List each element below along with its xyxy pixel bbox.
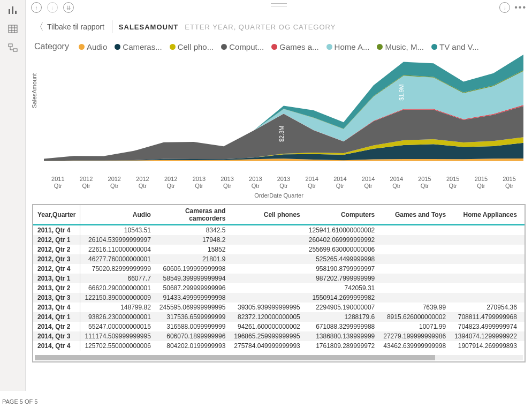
chart-view-icon[interactable] bbox=[7, 4, 18, 15]
data-cell bbox=[379, 274, 450, 283]
column-header[interactable]: Audio bbox=[80, 205, 155, 225]
column-header[interactable]: Cameras andcamcorders bbox=[155, 205, 230, 225]
row-label: 2014, Qtr 1 bbox=[33, 312, 80, 322]
data-cell bbox=[521, 245, 526, 254]
data-cell bbox=[450, 245, 521, 254]
more-options-icon[interactable]: ••• bbox=[514, 3, 527, 12]
visual-title: SALESAMOUNT bbox=[119, 23, 178, 31]
data-cell: 148799.82 bbox=[80, 303, 155, 312]
back-to-report-button[interactable]: 〈 Tilbake til rapport bbox=[34, 20, 112, 33]
legend-item[interactable]: Cameras... bbox=[115, 42, 162, 51]
data-cell: 125941.610000000002 bbox=[305, 225, 379, 235]
table-row[interactable]: 2014, Qtr 193826.230000000001317536.6599… bbox=[33, 312, 526, 322]
data-cell: 10543.51 bbox=[80, 225, 155, 235]
table-row[interactable]: 2013, Qtr 3122150.39000000000991433.4999… bbox=[33, 293, 526, 303]
table-row[interactable]: 2012, Qtr 346277.76000000000121801.95252… bbox=[33, 254, 526, 264]
data-cell: 15 bbox=[521, 322, 526, 331]
data-cell bbox=[450, 274, 521, 283]
data-cell: 27279.199999999986 bbox=[379, 331, 450, 341]
horizontal-scrollbar[interactable] bbox=[35, 355, 523, 360]
data-cell: 91433.499999999998 bbox=[155, 293, 230, 303]
data-cell: 196865.259999999995 bbox=[230, 331, 304, 341]
chart-plot-area: $2.3M$1.9M bbox=[44, 55, 523, 167]
drag-handle-icon[interactable] bbox=[271, 3, 287, 6]
x-tick: 2014Qtr bbox=[326, 176, 354, 191]
stacked-area-chart[interactable]: SalesAmount $2.3M$1.9M 2011Qtr2012Qtr201… bbox=[34, 55, 523, 197]
data-cell: 742059.31 bbox=[305, 283, 379, 293]
data-cell bbox=[379, 264, 450, 274]
data-cell: 15 bbox=[521, 312, 526, 322]
data-cell: 66620.290000000001 bbox=[80, 283, 155, 293]
legend-item[interactable]: TV and V... bbox=[431, 42, 479, 51]
legend-label: Audio bbox=[87, 42, 107, 51]
legend-label: Comput... bbox=[229, 42, 264, 51]
x-tick: 2014Qtr bbox=[354, 176, 383, 191]
data-cell: 525265.4499999998 bbox=[305, 254, 379, 264]
table-row[interactable]: 2014, Qtr 4125702.550000000006804202.019… bbox=[33, 341, 526, 351]
table-row[interactable]: 2013, Qtr 166077.758549.3999999999949872… bbox=[33, 274, 526, 283]
table-row[interactable]: 2011, Qtr 410543.518342.5125941.61000000… bbox=[33, 225, 526, 235]
table-row[interactable]: 2014, Qtr 3111174.509999999995606070.189… bbox=[33, 331, 526, 341]
svg-text:$2.3M: $2.3M bbox=[278, 126, 285, 142]
data-cell bbox=[450, 264, 521, 274]
data-cell bbox=[521, 264, 526, 274]
table-row[interactable]: 2014, Qtr 255247.000000000015316588.0099… bbox=[33, 322, 526, 331]
x-tick: 2011Qtr bbox=[44, 176, 72, 191]
column-header[interactable]: Cell phones bbox=[230, 205, 304, 225]
table-row[interactable]: 2012, Qtr 475020.8299999999960606.199999… bbox=[33, 264, 526, 274]
legend-label: Games a... bbox=[279, 42, 318, 51]
data-cell bbox=[450, 283, 521, 293]
data-cell: 10071.99 bbox=[379, 322, 450, 331]
x-tick: 2012Qtr bbox=[157, 176, 185, 191]
column-header[interactable]: Computers bbox=[305, 205, 379, 225]
legend-label: Home A... bbox=[335, 42, 370, 51]
data-cell bbox=[450, 235, 521, 245]
data-cell bbox=[450, 225, 521, 235]
data-cell bbox=[521, 274, 526, 283]
data-cell: 1386880.139999999 bbox=[305, 331, 379, 341]
visual-header: 〈 Tilbake til rapport SALESAMOUNT ETTER … bbox=[26, 15, 532, 41]
data-cell bbox=[230, 225, 304, 235]
data-cell: 704823.4999999974 bbox=[450, 322, 521, 331]
relations-view-icon[interactable] bbox=[7, 43, 18, 54]
data-cell: 82372.120000000005 bbox=[230, 312, 304, 322]
column-header[interactable]: Home Appliances bbox=[450, 205, 521, 225]
data-cell: 8342.5 bbox=[155, 225, 230, 235]
drill-down-icon[interactable]: ↓ bbox=[47, 2, 58, 13]
data-cell bbox=[521, 225, 526, 235]
x-tick: 2013Qtr bbox=[213, 176, 241, 191]
focus-mode-icon[interactable]: ↓ bbox=[499, 2, 510, 13]
data-cell bbox=[379, 245, 450, 254]
x-tick: 2012Qtr bbox=[128, 176, 157, 191]
table-row[interactable]: 2013, Qtr 4148799.82245595.0699999999953… bbox=[33, 303, 526, 312]
legend-item[interactable]: Comput... bbox=[221, 42, 264, 51]
data-cell bbox=[379, 225, 450, 235]
legend-label: Cameras... bbox=[123, 42, 162, 51]
svg-rect-2 bbox=[15, 11, 17, 14]
row-label: 2013, Qtr 2 bbox=[33, 283, 80, 293]
table-row[interactable]: 2012, Qtr 126104.53999999999717948.22604… bbox=[33, 235, 526, 245]
data-cell: 1761809.289999972 bbox=[305, 341, 379, 351]
view-switcher-sidebar bbox=[0, 0, 26, 391]
data-cell bbox=[379, 235, 450, 245]
data-cell bbox=[379, 283, 450, 293]
table-row[interactable]: 2012, Qtr 222616.11000000000415852255699… bbox=[33, 245, 526, 254]
table-view-icon[interactable] bbox=[7, 24, 18, 34]
row-header-cell[interactable]: Year,Quarter bbox=[33, 205, 80, 225]
column-header-truncated[interactable]: MAu bbox=[521, 205, 526, 225]
data-table[interactable]: Year,QuarterAudioCameras andcamcordersCe… bbox=[32, 204, 526, 362]
legend-item[interactable]: Home A... bbox=[326, 42, 370, 51]
column-header[interactable]: Games and Toys bbox=[379, 205, 450, 225]
legend-item[interactable]: Music, M... bbox=[377, 42, 424, 51]
expand-all-icon[interactable]: ⇊ bbox=[63, 2, 74, 13]
x-tick: 2012Qtr bbox=[72, 176, 101, 191]
data-cell: 1394074.1299999922 bbox=[450, 331, 521, 341]
data-cell bbox=[230, 254, 304, 264]
data-cell: 43462.639999999998 bbox=[379, 341, 450, 351]
x-tick: 2015Qtr bbox=[467, 176, 496, 191]
legend-item[interactable]: Audio bbox=[79, 42, 107, 51]
legend-item[interactable]: Games a... bbox=[271, 42, 318, 51]
drill-up-icon[interactable]: ↑ bbox=[31, 2, 42, 13]
legend-item[interactable]: Cell pho... bbox=[170, 42, 214, 51]
table-row[interactable]: 2013, Qtr 266620.29000000000150687.29999… bbox=[33, 283, 526, 293]
